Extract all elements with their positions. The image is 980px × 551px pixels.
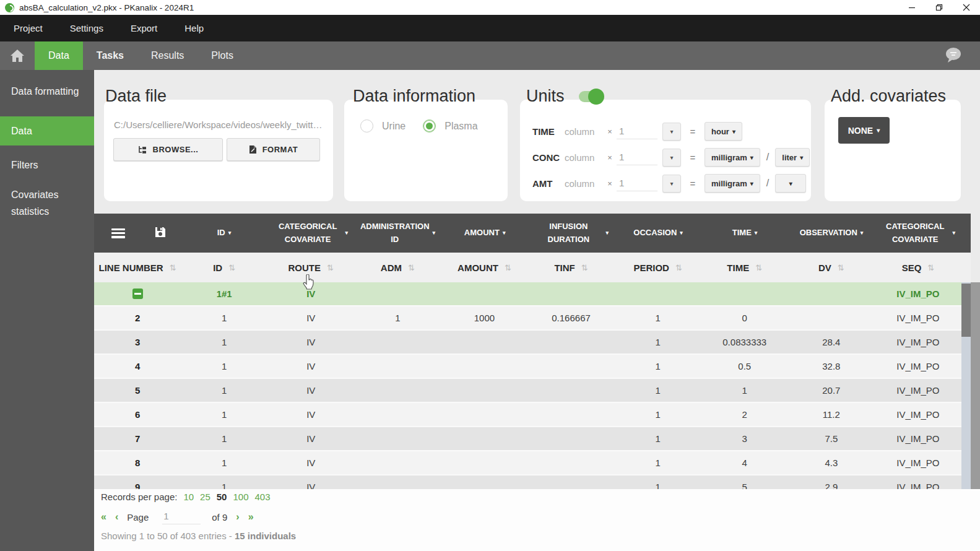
coltype-time-dropdown[interactable]: TIME▾: [701, 214, 788, 253]
feedback-chat-icon[interactable]: [944, 46, 963, 66]
colheader-period[interactable]: PERIOD⇅: [615, 253, 701, 282]
records-option-403[interactable]: 403: [255, 492, 271, 502]
sort-icon[interactable]: ⇅: [228, 263, 235, 272]
plasma-radio[interactable]: [423, 119, 436, 132]
coltype-categorical-covariate-dropdown[interactable]: CATEGORICAL COVARIATE▾: [267, 214, 354, 253]
tab-results[interactable]: Results: [137, 41, 197, 70]
sort-icon[interactable]: ⇅: [838, 263, 844, 272]
close-button[interactable]: [953, 0, 980, 15]
tab-plots[interactable]: Plots: [197, 41, 247, 70]
table-row[interactable]: 1#1IVIV_IM_PO: [94, 282, 961, 306]
chevron-down-icon: ▾: [670, 180, 673, 187]
coltype-categorical-covariate2-dropdown[interactable]: CATEGORICAL COVARIATE▾: [875, 214, 961, 253]
sidebar-item-filters[interactable]: Filters: [0, 150, 94, 180]
none-covariates-dropdown[interactable]: NONE ▾: [838, 117, 890, 144]
table-cell: 2.9: [788, 475, 875, 489]
format-button[interactable]: FORMAT: [227, 138, 320, 161]
records-option-100[interactable]: 100: [233, 492, 248, 502]
conc-multiplier-dropdown[interactable]: ▾: [662, 149, 681, 167]
browse-button[interactable]: BROWSE...: [113, 138, 223, 161]
next-page-button[interactable]: ›: [236, 511, 239, 523]
amt-multiplier-dropdown[interactable]: ▾: [662, 175, 681, 193]
sort-icon[interactable]: ⇅: [505, 263, 511, 272]
table-row[interactable]: 71IV137.5IV_IM_PO: [94, 427, 961, 451]
sort-icon[interactable]: ⇅: [927, 263, 934, 272]
table-row[interactable]: 91IV152.9IV_IM_PO: [94, 475, 961, 489]
collapse-group-icon[interactable]: [132, 289, 143, 299]
records-option-25[interactable]: 25: [200, 492, 210, 502]
amt-multiplier-input[interactable]: [617, 175, 657, 191]
sort-icon[interactable]: ⇅: [755, 263, 762, 272]
table-cell: [528, 379, 615, 402]
coltype-observation-dropdown[interactable]: OBSERVATION▾: [788, 214, 875, 253]
conc-multiplier-input[interactable]: [617, 149, 657, 165]
tab-tasks[interactable]: Tasks: [83, 41, 137, 70]
menu-project[interactable]: Project: [14, 23, 43, 33]
coltype-label: TIME: [732, 227, 752, 240]
plasma-radio-label[interactable]: Plasma: [444, 121, 477, 132]
prev-page-button[interactable]: ‹: [115, 511, 118, 523]
save-icon[interactable]: [155, 227, 166, 240]
units-toggle[interactable]: [579, 91, 602, 102]
menu-help[interactable]: Help: [184, 23, 204, 33]
table-row[interactable]: 41IV10.532.8IV_IM_PO: [94, 355, 961, 379]
colheader-amount[interactable]: AMOUNT⇅: [441, 253, 527, 282]
table-menu-icon[interactable]: [111, 228, 125, 238]
sort-icon[interactable]: ⇅: [408, 263, 415, 272]
amt-denominator-select[interactable]: ▾: [775, 174, 806, 193]
table-row[interactable]: 51IV1120.7IV_IM_PO: [94, 379, 961, 403]
table-cell: [354, 355, 441, 378]
colheader-seq[interactable]: SEQ⇅: [875, 253, 961, 282]
colheader-dv[interactable]: DV⇅: [788, 253, 875, 282]
table-cell: 1: [615, 331, 701, 354]
time-column-text: column: [565, 126, 603, 137]
conc-denominator-select[interactable]: liter▾: [775, 148, 810, 167]
sort-icon[interactable]: ⇅: [675, 263, 682, 272]
records-option-50[interactable]: 50: [217, 492, 227, 502]
units-row-amt: AMT column × ▾ = milligram▾ / ▾: [532, 174, 806, 193]
restore-button[interactable]: [926, 0, 953, 15]
sidebar-item-data-formatting[interactable]: Data formatting: [0, 77, 94, 106]
time-multiplier-dropdown[interactable]: ▾: [662, 123, 681, 141]
minimize-button[interactable]: [898, 0, 926, 15]
sort-icon[interactable]: ⇅: [581, 263, 588, 272]
coltype-administration-id-dropdown[interactable]: ADMINISTRATION ID▾: [354, 214, 441, 253]
first-page-button[interactable]: «: [101, 511, 106, 523]
last-page-button[interactable]: »: [248, 511, 254, 523]
coltype-infusion-duration-dropdown[interactable]: INFUSION DURATION▾: [528, 214, 615, 253]
scrollbar-thumb[interactable]: [961, 284, 971, 337]
sort-icon[interactable]: ⇅: [327, 263, 334, 272]
conc-numerator-select[interactable]: milligram▾: [705, 148, 760, 167]
coltype-occasion-dropdown[interactable]: OCCASION▾: [615, 214, 701, 253]
table-row[interactable]: 61IV1211.2IV_IM_PO: [94, 403, 961, 427]
urine-radio-label[interactable]: Urine: [382, 121, 405, 132]
time-multiplier-input[interactable]: [617, 123, 657, 139]
home-icon[interactable]: [9, 48, 25, 63]
sort-icon[interactable]: ⇅: [170, 263, 176, 272]
records-option-10[interactable]: 10: [183, 492, 194, 502]
colheader-adm[interactable]: ADM⇅: [354, 253, 441, 282]
menu-settings[interactable]: Settings: [70, 23, 103, 33]
menu-export[interactable]: Export: [131, 23, 157, 33]
page-number-input[interactable]: [162, 510, 201, 524]
colheader-time[interactable]: TIME⇅: [701, 253, 788, 282]
vertical-scrollbar[interactable]: [961, 282, 971, 489]
table-cell: 1: [615, 403, 701, 426]
time-unit-select[interactable]: hour▾: [705, 122, 742, 141]
coltype-amount-dropdown[interactable]: AMOUNT▾: [441, 214, 528, 253]
colheader-tinf[interactable]: TINF⇅: [528, 253, 615, 282]
sidebar-item-covariates-statistics[interactable]: Covariates statistics: [0, 180, 94, 226]
sidebar-item-data[interactable]: Data: [0, 116, 94, 145]
coltype-id-dropdown[interactable]: ID▾: [181, 214, 267, 253]
amt-numerator-select[interactable]: milligram▾: [705, 174, 760, 193]
table-cell: 1: [181, 306, 267, 329]
table-row[interactable]: 31IV10.083333328.4IV_IM_PO: [94, 331, 961, 355]
table-row[interactable]: 81IV144.3IV_IM_PO: [94, 451, 961, 475]
table-cell: IV_IM_PO: [875, 331, 961, 354]
urine-radio[interactable]: [360, 119, 373, 132]
tab-data[interactable]: Data: [35, 41, 83, 70]
colheader-line-number[interactable]: LINE NUMBER⇅: [94, 253, 181, 282]
colheader-label: TINF: [554, 262, 575, 273]
table-row[interactable]: 21IV110000.16666710IV_IM_PO: [94, 306, 961, 331]
colheader-id[interactable]: ID⇅: [181, 253, 267, 282]
